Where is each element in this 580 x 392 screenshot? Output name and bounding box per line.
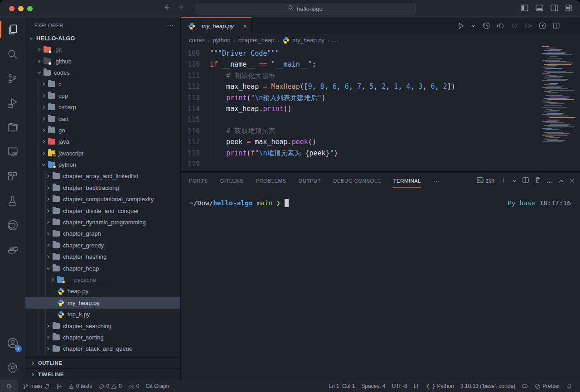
statusbar-python-interpreter[interactable]: 3.10.13 ('base': conda) (457, 383, 518, 389)
zoom-window-button[interactable] (27, 6, 33, 11)
toggle-secondary-sidebar-icon[interactable] (551, 5, 558, 11)
tree-item-chapter-backtracking[interactable]: chapter_backtracking (25, 182, 180, 194)
tree-root-hello-algo[interactable]: HELLO-ALGO (25, 33, 180, 44)
statusbar-git-graph[interactable]: Git Graph (142, 380, 172, 392)
statusbar-indentation[interactable]: Spaces: 4 (358, 383, 388, 389)
tree-item-chapter-heap[interactable]: chapter_heap (25, 262, 180, 274)
statusbar-git-graph-icon[interactable] (53, 380, 65, 392)
activity-explorer-icon[interactable] (0, 17, 25, 42)
customize-layout-icon[interactable] (566, 5, 573, 11)
statusbar-prettier[interactable]: Prettier (532, 383, 563, 389)
close-tab-icon[interactable]: × (243, 23, 247, 30)
tree-item-c[interactable]: c (25, 78, 180, 90)
statusbar-tests[interactable]: 0 tests (65, 380, 95, 392)
tree-item-chapter-sorting[interactable]: chapter_sorting (25, 332, 180, 343)
activity-folder-library-icon[interactable] (0, 115, 25, 140)
maximize-panel-icon[interactable] (559, 177, 564, 185)
new-terminal-icon[interactable] (500, 177, 506, 185)
outline-section[interactable]: OUTLINE (25, 357, 180, 368)
tree-item-chapter-divide-and-conquer[interactable]: chapter_divide_and_conquer (25, 205, 180, 216)
split-terminal-icon[interactable] (522, 177, 529, 185)
breadcrumb-item[interactable]: codes (189, 37, 205, 44)
tree-item-java[interactable]: java (25, 136, 180, 147)
timeline-section[interactable]: TIMELINE (25, 368, 180, 380)
tree-item-chapter-stack-and-queue[interactable]: chapter_stack_and_queue (25, 343, 180, 354)
activity-search-icon[interactable] (0, 42, 25, 66)
panel-tab-gitlens[interactable]: GITLENS (220, 172, 243, 190)
code-line-113[interactable]: 113 print("\n输入列表并建堆后") (181, 94, 580, 105)
breadcrumb-item[interactable]: python (213, 37, 230, 44)
forward-icon[interactable] (178, 4, 185, 13)
statusbar-encoding[interactable]: UTF-8 (389, 383, 411, 389)
activity-run-debug-icon[interactable] (0, 91, 25, 115)
code-line-112[interactable]: 112 max_heap = MaxHeap([9, 8, 6, 6, 7, 5… (181, 82, 580, 93)
tree-item-chapter-dynamic-programming[interactable]: chapter_dynamic_programming (25, 217, 180, 228)
close-panel-icon[interactable] (570, 177, 575, 185)
tree-item-heap-py[interactable]: heap.py (25, 286, 180, 297)
code-line-119[interactable]: 119 (181, 160, 580, 171)
tree-item-top-k-py[interactable]: top_k.py (25, 309, 180, 320)
code-line-110[interactable]: 110if __name__ == "__main__": (181, 60, 580, 71)
tree-item-python[interactable]: python (25, 159, 180, 170)
chevron-down-icon[interactable] (471, 23, 476, 29)
close-window-button[interactable] (9, 6, 14, 11)
statusbar-remote-indicator[interactable] (0, 380, 18, 392)
explorer-more-actions-icon[interactable]: ⋯ (167, 21, 174, 29)
tree-item-go[interactable]: go (25, 125, 180, 136)
panel-more-actions-icon[interactable] (546, 177, 553, 185)
code-line-118[interactable]: 118 print(f"\n堆顶元素为 {peek}") (181, 149, 580, 160)
panel-tab-output[interactable]: OUTPUT (299, 172, 321, 190)
terminal-content[interactable]: ~/Dow/hello-algo main ❯ Py base 18:17:16 (181, 190, 580, 380)
tree-item-chapter-greedy[interactable]: chapter_greedy (25, 240, 180, 251)
tree-item-chapter-graph[interactable]: chapter_graph (25, 228, 180, 239)
kill-terminal-icon[interactable] (535, 177, 541, 185)
minimize-window-button[interactable] (18, 6, 24, 11)
activity-extensions-icon[interactable] (0, 164, 25, 189)
back-icon[interactable] (163, 4, 170, 13)
code-line-117[interactable]: 117 peek = max_heap.peek() (181, 138, 580, 149)
launch-profile-chevron-icon[interactable] (512, 177, 517, 185)
tree-item-chapter-array-and-linkedlist[interactable]: chapter_array_and_linkedlist (25, 170, 180, 182)
statusbar-feedback[interactable]: 0 (125, 380, 143, 392)
tree-item-dart[interactable]: dart (25, 113, 180, 124)
code-line-109[interactable]: 109"""Driver Code""" (181, 49, 580, 60)
activity-testing-icon[interactable] (0, 189, 25, 213)
next-change-icon[interactable] (524, 22, 532, 30)
statusbar-eol[interactable]: LF (411, 383, 423, 389)
breadcrumb-item[interactable]: chapter_heap (238, 37, 275, 44)
activity-accounts-icon[interactable]: 1 (0, 331, 25, 355)
minimap[interactable] (542, 46, 577, 151)
breadcrumb-item[interactable]: … (333, 37, 338, 44)
activity-source-control-icon[interactable] (0, 66, 25, 91)
statusbar-branch-main[interactable]: main (19, 380, 53, 392)
tree-item-my-heap-py[interactable]: my_heap.py (25, 297, 180, 309)
change-icon[interactable] (510, 22, 518, 30)
panel-tab-debug-console[interactable]: DEBUG CONSOLE (333, 172, 381, 190)
code-line-115[interactable]: 115 (181, 116, 580, 126)
statusbar-problems[interactable]: 00 (95, 380, 125, 392)
activity-github-icon[interactable] (0, 213, 25, 237)
code-editor[interactable]: 109"""Driver Code"""110if __name__ == "_… (181, 46, 580, 171)
panel-tab-terminal[interactable]: TERMINAL (393, 172, 421, 190)
tree-item-cpp[interactable]: cpp (25, 90, 180, 102)
tree-item-github[interactable]: .github (25, 55, 180, 67)
split-editor-icon[interactable] (552, 22, 560, 29)
statusbar-cursor-position[interactable]: Ln 1, Col 1 (325, 383, 358, 389)
activity-docker-icon[interactable] (0, 237, 25, 262)
toggle-sidebar-icon[interactable] (521, 5, 528, 11)
panel-tab-ports[interactable]: PORTS (189, 172, 208, 190)
activity-settings-icon[interactable] (0, 355, 25, 380)
breadcrumb-item[interactable]: my_heap.py (292, 37, 324, 44)
tree-item-csharp[interactable]: csharp (25, 102, 180, 113)
panel-tabs-overflow-icon[interactable]: ⋯ (433, 177, 440, 184)
tab-my-heap-py[interactable]: my_heap.py × (181, 17, 252, 34)
tree-item-javascript[interactable]: JSjavascript (25, 148, 180, 159)
activity-remote-explorer-icon[interactable] (0, 140, 25, 164)
code-line-111[interactable]: 111 # 初始化大顶堆 (181, 72, 580, 82)
toggle-panel-icon[interactable] (536, 5, 543, 11)
statusbar-language-mode[interactable]: { }Python (423, 383, 457, 389)
code-line-116[interactable]: 116 # 获取堆顶元素 (181, 127, 580, 138)
history-icon[interactable] (482, 22, 490, 30)
terminal-instance[interactable]: zsh (477, 177, 494, 184)
graph-icon[interactable] (538, 22, 546, 30)
